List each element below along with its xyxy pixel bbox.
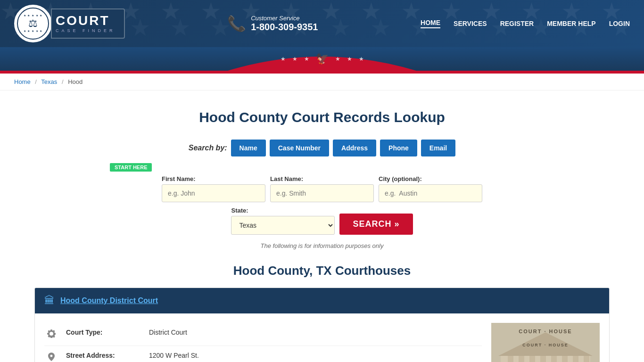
star-left-3: ★ — [304, 56, 309, 62]
courthouse-image-svg: COURT · HOUSE — [491, 323, 600, 362]
tab-address[interactable]: Address — [333, 140, 376, 156]
search-by-row: Search by: Name Case Number Address Phon… — [34, 140, 610, 156]
breadcrumb-sep-2: / — [62, 78, 64, 85]
address-value: 1200 W Pearl St. — [149, 352, 199, 359]
eagle-strip: ★ ★ ★ 🦅 ★ ★ ★ — [0, 47, 644, 71]
star-left-2: ★ — [292, 56, 297, 62]
search-form-container: START HERE First Name: Last Name: City (… — [110, 163, 534, 235]
svg-rect-11 — [519, 356, 524, 362]
court-card-header: 🏛 Hood County District Court — [35, 288, 609, 313]
eagle-symbol: 🦅 — [316, 53, 329, 65]
page-title: Hood County Court Records Lookup — [34, 109, 610, 125]
last-name-label: Last Name: — [270, 175, 374, 182]
star-right-1: ★ — [335, 56, 340, 62]
svg-rect-10 — [508, 356, 513, 362]
search-submit-button[interactable]: SEARCH » — [339, 214, 413, 235]
nav-home[interactable]: HOME — [421, 19, 440, 28]
main-nav: HOME SERVICES REGISTER MEMBER HELP LOGIN — [421, 19, 630, 28]
logo-casefinder-text: CASE FINDER — [56, 29, 116, 33]
address-icon — [44, 353, 58, 362]
courthouses-title: Hood County, TX Courthouses — [34, 263, 610, 278]
state-group: State: Texas Alabama Alaska California F… — [231, 207, 335, 235]
logo-inner: ★ ★ ★ ★ ★ ⚖ ★ ★ ★ ★ ★ — [17, 8, 49, 40]
tab-case-number[interactable]: Case Number — [270, 140, 329, 156]
nav-member-help[interactable]: MEMBER HELP — [547, 20, 595, 27]
svg-rect-15 — [562, 356, 568, 362]
contact-info: Customer Service 1-800-309-9351 — [251, 15, 318, 33]
breadcrumb-texas[interactable]: Texas — [41, 78, 57, 85]
contact-area: 📞 Customer Service 1-800-309-9351 — [227, 15, 318, 33]
last-name-group: Last Name: — [270, 175, 374, 202]
site-logo: ★ ★ ★ ★ ★ ⚖ ★ ★ ★ ★ ★ COURT CASE FINDER — [14, 5, 125, 42]
last-name-input[interactable] — [270, 184, 374, 202]
logo-text: COURT CASE FINDER — [51, 8, 125, 39]
tab-email[interactable]: Email — [421, 140, 455, 156]
tab-name[interactable]: Name — [231, 140, 266, 156]
star-right-3: ★ — [359, 56, 364, 62]
info-note: The following is for information purpose… — [34, 242, 610, 249]
phone-icon: 📞 — [227, 15, 246, 33]
state-label: State: — [231, 207, 335, 214]
courthouse-image: COURT · HOUSE — [491, 323, 600, 362]
nav-register[interactable]: REGISTER — [500, 20, 534, 27]
breadcrumb: Home / Texas / Hood — [0, 74, 644, 90]
state-select[interactable]: Texas Alabama Alaska California Florida … — [231, 216, 335, 235]
breadcrumb-home[interactable]: Home — [14, 78, 31, 85]
svg-rect-13 — [540, 356, 546, 362]
tab-phone[interactable]: Phone — [380, 140, 417, 156]
customer-service-label: Customer Service — [251, 15, 318, 22]
first-name-group: First Name: — [162, 175, 265, 202]
court-details: Court Type: District Court Street Addres… — [44, 323, 482, 362]
breadcrumb-current: Hood — [68, 78, 83, 85]
address-label: Street Address: — [66, 352, 141, 359]
breadcrumb-sep-1: / — [35, 78, 37, 85]
svg-rect-14 — [551, 356, 557, 362]
search-by-label: Search by: — [189, 144, 227, 152]
star-right-2: ★ — [347, 56, 352, 62]
first-name-input[interactable] — [162, 184, 265, 202]
detail-row-type: Court Type: District Court — [44, 323, 482, 346]
phone-number: 1-800-309-9351 — [251, 22, 318, 33]
site-header: ★★★★★★★★★★★★★★★★★★ ★★★★★★★★★★★★★★★★★★ ★ … — [0, 0, 644, 74]
main-content: Hood County Court Records Lookup Search … — [20, 90, 624, 362]
type-value: District Court — [149, 329, 187, 336]
detail-row-address: Street Address: 1200 W Pearl St. — [44, 346, 482, 362]
city-label: City (optional): — [379, 175, 482, 182]
start-here-badge: START HERE — [110, 163, 152, 172]
court-title-link[interactable]: Hood County District Court — [60, 296, 158, 305]
svg-text:COURT · HOUSE: COURT · HOUSE — [522, 343, 569, 347]
form-row: First Name: Last Name: City (optional): … — [110, 175, 534, 235]
logo-court-text: COURT — [56, 14, 116, 27]
city-group: City (optional): — [379, 175, 482, 202]
court-card-body: Court Type: District Court Street Addres… — [35, 313, 609, 362]
first-name-label: First Name: — [162, 175, 265, 182]
city-input[interactable] — [379, 184, 482, 202]
svg-rect-16 — [573, 356, 578, 362]
search-section: Search by: Name Case Number Address Phon… — [34, 140, 610, 249]
nav-login[interactable]: LOGIN — [609, 20, 630, 27]
type-icon — [44, 329, 58, 340]
courthouse-icon: 🏛 — [44, 295, 55, 307]
type-label: Court Type: — [66, 329, 141, 336]
nav-services[interactable]: SERVICES — [454, 20, 487, 27]
star-left-1: ★ — [281, 56, 286, 62]
court-card-hood-district: 🏛 Hood County District Court Court Type:… — [34, 288, 610, 362]
svg-rect-12 — [529, 356, 535, 362]
logo-circle: ★ ★ ★ ★ ★ ⚖ ★ ★ ★ ★ ★ — [14, 5, 52, 42]
svg-rect-17 — [584, 356, 589, 362]
